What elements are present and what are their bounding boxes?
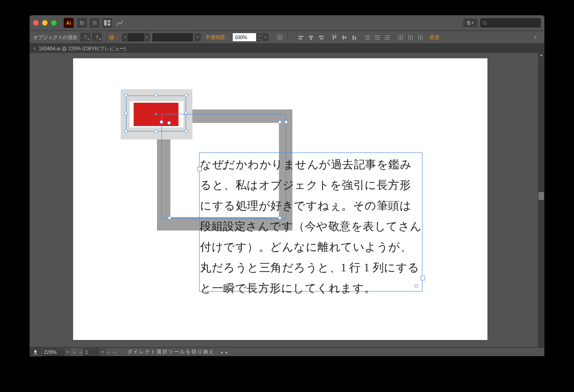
- recolor-icon[interactable]: [276, 33, 284, 41]
- workspace[interactable]: なぜだかわかりませんが過去記事を鑑みると、私はオブジェクトを強引に長方形にする処…: [30, 53, 544, 356]
- next-artboard-icon[interactable]: ▸: [106, 348, 112, 356]
- svg-rect-42: [422, 35, 422, 40]
- svg-rect-17: [333, 36, 334, 39]
- svg-point-6: [279, 36, 281, 38]
- svg-rect-8: [300, 36, 303, 37]
- last-artboard-icon[interactable]: ▸|: [112, 348, 118, 356]
- opacity-menu[interactable]: ▾: [262, 33, 269, 41]
- distribute-top-icon[interactable]: [363, 33, 371, 41]
- align-center-h-icon[interactable]: [307, 33, 315, 41]
- svg-rect-1: [108, 20, 110, 22]
- svg-rect-35: [400, 35, 401, 40]
- workspace-switcher[interactable]: B ▾: [463, 18, 478, 27]
- svg-rect-18: [335, 36, 336, 38]
- search-icon: [483, 21, 487, 26]
- maximize-button[interactable]: [51, 20, 57, 26]
- svg-rect-34: [399, 35, 399, 40]
- align-bottom-icon[interactable]: [350, 33, 358, 41]
- prev-artboard-icon[interactable]: ◂: [77, 348, 83, 356]
- align-center-v-icon[interactable]: [340, 33, 348, 41]
- selection-center: [155, 113, 157, 115]
- selection-handle[interactable]: [168, 216, 171, 220]
- stroke-label: 線：: [109, 34, 119, 41]
- search-input[interactable]: [480, 18, 541, 27]
- scroll-up-icon[interactable]: ▴: [538, 53, 544, 58]
- svg-rect-2: [108, 23, 110, 26]
- selection-handle[interactable]: [278, 120, 282, 124]
- selection-handle[interactable]: [284, 120, 288, 124]
- stroke-weight-field[interactable]: [128, 33, 144, 41]
- svg-rect-22: [352, 39, 357, 40]
- text-content[interactable]: なぜだかわかりませんが過去記事を鑑みると、私はオブジェクトを強引に長方形にする処…: [200, 154, 422, 299]
- tab-close-button[interactable]: ×: [33, 46, 36, 51]
- selection-handle[interactable]: [184, 94, 188, 97]
- svg-rect-37: [409, 35, 409, 40]
- distribute-bottom-icon[interactable]: [383, 33, 391, 41]
- svg-rect-13: [323, 35, 323, 40]
- scrollbar-vertical[interactable]: ▴: [538, 53, 544, 348]
- svg-rect-39: [412, 35, 413, 40]
- status-play-icon[interactable]: ▸: [221, 350, 223, 354]
- svg-rect-31: [385, 35, 390, 36]
- svg-rect-24: [355, 37, 356, 39]
- close-button[interactable]: [33, 20, 39, 26]
- svg-rect-32: [385, 37, 390, 38]
- selection-handle[interactable]: [124, 112, 128, 115]
- svg-rect-16: [332, 35, 337, 35]
- document-tab-title[interactable]: 160404.ai @ 229% (CMYK/プレビュー): [39, 45, 126, 52]
- svg-rect-29: [375, 37, 380, 38]
- svg-rect-9: [300, 38, 302, 39]
- stock-icon[interactable]: St: [90, 18, 100, 28]
- app-window: Ai Br St B ▾ オブジェクトの混在 ? ? 線： ▾ ▾ ▾ 不透明度…: [30, 15, 544, 356]
- share-icon[interactable]: [30, 348, 41, 357]
- opacity-field[interactable]: 100%: [233, 33, 256, 41]
- stroke-weight-dropdown[interactable]: ▾: [122, 33, 128, 41]
- window-controls: [33, 20, 57, 26]
- status-bar: 229% ▾ |◂ ◂ 1 ▾ ▸ ▸| ダイレクト選択ツールを切り換え ▸ ◂: [30, 347, 538, 356]
- distribute-right-icon[interactable]: [416, 33, 424, 41]
- stroke-profile-field[interactable]: [152, 33, 193, 41]
- stroke-profile-menu[interactable]: ▾: [195, 33, 201, 41]
- artboard-menu[interactable]: ▾: [100, 348, 106, 356]
- svg-rect-14: [319, 36, 322, 37]
- help-dropdown-2[interactable]: ?: [92, 33, 102, 42]
- bridge-icon[interactable]: Br: [77, 18, 87, 28]
- artboard-field[interactable]: 1: [83, 348, 100, 356]
- svg-rect-25: [365, 35, 370, 36]
- stroke-weight-menu[interactable]: ▾: [144, 33, 150, 41]
- distribute-left-icon[interactable]: [396, 33, 404, 41]
- svg-rect-7: [299, 35, 299, 40]
- minimize-button[interactable]: [42, 20, 48, 26]
- tool-status-text: ダイレクト選択ツールを切り換え: [127, 348, 215, 355]
- selection-handle[interactable]: [154, 130, 158, 133]
- svg-rect-41: [420, 35, 421, 40]
- selection-handle[interactable]: [124, 130, 128, 133]
- align-top-icon[interactable]: [330, 33, 338, 41]
- gpu-icon[interactable]: [115, 18, 125, 28]
- transform-label[interactable]: 変形: [430, 34, 439, 41]
- align-left-icon[interactable]: [297, 33, 305, 41]
- svg-rect-23: [352, 35, 354, 39]
- arrange-docs-icon[interactable]: [102, 18, 112, 28]
- svg-rect-21: [345, 36, 346, 39]
- distribute-center-h-icon[interactable]: [406, 33, 414, 41]
- align-right-icon[interactable]: [317, 33, 325, 41]
- zoom-field[interactable]: 229%: [42, 348, 65, 356]
- selection-handle[interactable]: [154, 94, 158, 97]
- zoom-menu[interactable]: ▾: [65, 348, 71, 356]
- first-artboard-icon[interactable]: |◂: [71, 348, 77, 356]
- scrollbar-thumb-v[interactable]: [539, 192, 544, 200]
- svg-rect-15: [320, 38, 322, 39]
- app-icon: Ai: [64, 18, 74, 28]
- opacity-label: 不透明度：: [205, 34, 230, 41]
- selection-type-label: オブジェクトの混在: [33, 34, 78, 41]
- scroll-left-icon[interactable]: ◂: [225, 350, 227, 354]
- distribute-center-v-icon[interactable]: [373, 33, 381, 41]
- panel-menu-icon[interactable]: ≡: [534, 34, 541, 40]
- selection-handle[interactable]: [124, 94, 128, 97]
- selection-handle[interactable]: [160, 120, 163, 124]
- svg-rect-20: [343, 35, 344, 39]
- svg-rect-30: [375, 39, 380, 39]
- help-dropdown-1[interactable]: ?: [80, 33, 90, 42]
- svg-line-4: [486, 24, 487, 25]
